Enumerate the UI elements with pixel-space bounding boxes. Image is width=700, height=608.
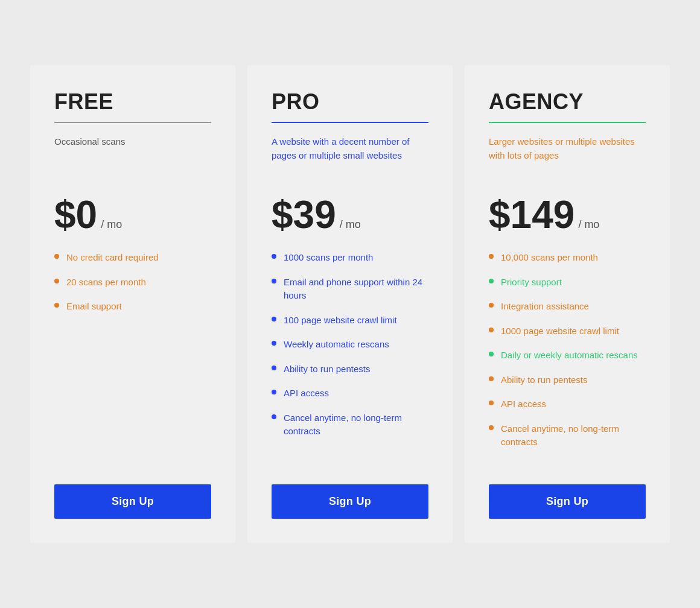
list-item: Priority support [489,276,646,290]
plan-description-pro: A website with a decent number of pages … [272,135,428,183]
price-period-agency: / mo [578,218,599,231]
bullet-icon [54,303,59,308]
bullet-icon [489,401,494,405]
bullet-icon [54,279,59,283]
list-item: Integration assistance [489,300,646,314]
bullet-icon [489,352,494,356]
list-item: Cancel anytime, no long-term contracts [272,411,428,439]
bullet-icon [272,254,276,259]
feature-text: Ability to run pentests [284,363,370,376]
plan-card-free: FREEOccasional scans$0/ moNo credit card… [30,65,235,543]
feature-text: Priority support [501,276,562,290]
list-item: Weekly automatic rescans [272,338,428,352]
plan-description-free: Occasional scans [54,135,211,183]
plan-divider-free [54,122,211,123]
feature-text: Cancel anytime, no long-term contracts [284,411,428,439]
price-amount-free: $0 [54,195,97,234]
feature-text: Email and phone support within 24 hours [284,276,428,303]
list-item: API access [489,397,646,411]
signup-button-agency[interactable]: Sign Up [489,484,646,519]
plan-price-pro: $39/ mo [272,195,428,234]
bullet-icon [54,254,59,259]
list-item: Email and phone support within 24 hours [272,276,428,303]
price-amount-pro: $39 [272,195,336,234]
plan-card-pro: PROA website with a decent number of pag… [247,65,453,543]
feature-text: Cancel anytime, no long-term contracts [501,422,646,449]
signup-button-pro[interactable]: Sign Up [272,484,428,519]
list-item: Email support [54,300,211,314]
price-period-pro: / mo [340,218,361,231]
feature-text: 1000 page website crawl limit [501,325,619,338]
feature-text: 100 page website crawl limit [284,314,397,328]
bullet-icon [489,254,494,259]
bullet-icon [489,279,494,283]
features-list-pro: 1000 scans per monthEmail and phone supp… [272,251,428,460]
list-item: 10,000 scans per month [489,251,646,265]
feature-text: Daily or weekly automatic rescans [501,349,638,363]
pricing-container: FREEOccasional scans$0/ moNo credit card… [12,41,688,567]
bullet-icon [272,317,276,321]
plan-title-pro: PRO [272,89,428,115]
plan-title-free: FREE [54,89,211,115]
signup-button-free[interactable]: Sign Up [54,484,211,519]
feature-text: API access [284,387,329,401]
feature-text: 10,000 scans per month [501,251,598,265]
list-item: Cancel anytime, no long-term contracts [489,422,646,449]
price-period-free: / mo [101,218,122,231]
bullet-icon [272,414,276,419]
bullet-icon [489,303,494,308]
feature-text: 1000 scans per month [284,251,373,265]
list-item: API access [272,387,428,401]
list-item: 100 page website crawl limit [272,314,428,328]
bullet-icon [489,376,494,381]
bullet-icon [272,390,276,394]
bullet-icon [272,366,276,370]
plan-price-free: $0/ mo [54,195,211,234]
feature-text: API access [501,397,546,411]
plan-divider-agency [489,122,646,123]
feature-text: No credit card required [66,251,159,265]
plan-price-agency: $149/ mo [489,195,646,234]
bullet-icon [272,279,276,283]
list-item: 20 scans per month [54,276,211,290]
list-item: Ability to run pentests [489,373,646,387]
feature-text: Integration assistance [501,300,589,314]
feature-text: Ability to run pentests [501,373,587,387]
feature-text: 20 scans per month [66,276,146,290]
list-item: Ability to run pentests [272,363,428,376]
bullet-icon [272,341,276,346]
plan-card-agency: AGENCYLarger websites or multiple websit… [465,65,670,543]
bullet-icon [489,425,494,430]
bullet-icon [489,328,494,332]
list-item: Daily or weekly automatic rescans [489,349,646,363]
price-amount-agency: $149 [489,195,574,234]
list-item: 1000 page website crawl limit [489,325,646,338]
plan-title-agency: AGENCY [489,89,646,115]
plan-description-agency: Larger websites or multiple websites wit… [489,135,646,183]
feature-text: Weekly automatic rescans [284,338,389,352]
list-item: 1000 scans per month [272,251,428,265]
features-list-free: No credit card required20 scans per mont… [54,251,211,460]
plan-divider-pro [272,122,428,123]
features-list-agency: 10,000 scans per monthPriority supportIn… [489,251,646,460]
list-item: No credit card required [54,251,211,265]
feature-text: Email support [66,300,122,314]
